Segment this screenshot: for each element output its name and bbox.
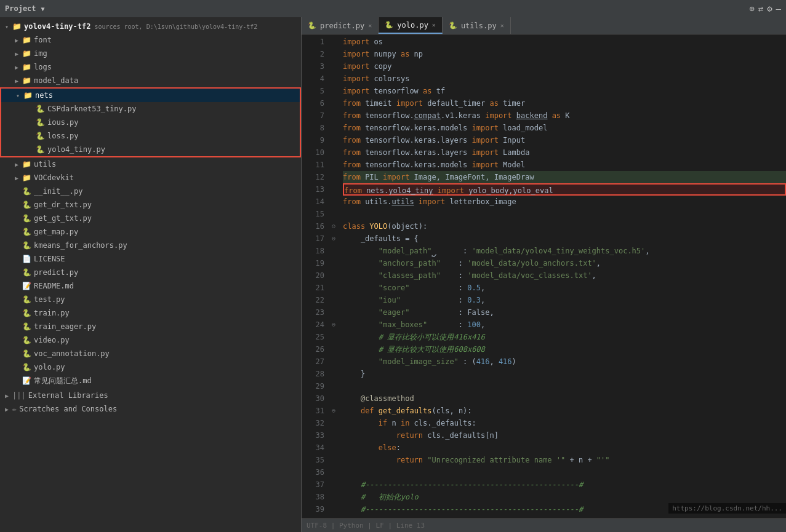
fold-gutter: ⊖ ⊖ ⊖ ⊖ — [329, 34, 338, 518]
tree-item-video[interactable]: ▶ 🐍 video.py — [0, 333, 301, 347]
tree-item-vocdevkit[interactable]: ▶ 📁 VOCdevkit — [0, 171, 301, 185]
tree-item-utils[interactable]: ▶ 📁 utils — [0, 157, 301, 171]
arrow-logs: ▶ — [15, 64, 22, 71]
code-line-37: #---------------------------------------… — [343, 478, 786, 491]
tree-item-kmeans[interactable]: ▶ 🐍 kmeans_for_anchors.py — [0, 239, 301, 252]
py-icon-init: 🐍 — [22, 187, 31, 196]
tree-item-logs[interactable]: ▶ 📁 logs — [0, 60, 301, 74]
status-text: UTF-8 | Python | LF | Line 13 — [307, 522, 425, 530]
tab-yolo-close[interactable]: ✕ — [432, 22, 436, 28]
file-tree: ▾ 📁 yolov4-tiny-tf2 sources root, D:\1sv… — [0, 17, 301, 418]
scratches-label: Scratches and Consoles — [19, 405, 117, 413]
fold-17[interactable]: ⊖ — [329, 232, 338, 245]
code-line-35: return "Unrecognized attribute name '" +… — [343, 454, 786, 466]
code-line-30: @classmethod — [343, 392, 786, 405]
sync-icon[interactable]: ⇄ — [758, 4, 763, 14]
logs-label: logs — [34, 63, 52, 71]
py-icon-video: 🐍 — [22, 336, 31, 344]
code-line-28: } — [343, 368, 786, 380]
nets-highlight-box: ▾ 📁 nets 🐍 CSPdarknet53_tiny.py 🐍 i — [0, 87, 301, 157]
md-icon-faq: 📝 — [22, 376, 31, 385]
code-content[interactable]: import os import numpy as np import copy… — [338, 34, 786, 518]
arrow-font: ▶ — [15, 37, 22, 44]
img-label: img — [34, 49, 47, 58]
tree-item-get-gt[interactable]: ▶ 🐍 get_gt_txt.py — [0, 212, 301, 225]
tab-yolo[interactable]: 🐍 yolo.py ✕ — [379, 17, 443, 34]
tree-item-loss[interactable]: 🐍 loss.py — [1, 129, 300, 143]
tree-item-test[interactable]: ▶ 🐍 test.py — [0, 293, 301, 306]
scratches-icon: ✏ — [12, 405, 17, 413]
folder-icon-root: 📁 — [12, 22, 22, 31]
fold-24[interactable]: ⊖ — [329, 319, 338, 331]
code-line-36 — [343, 466, 786, 478]
tree-item-readme[interactable]: ▶ 📝 README.md — [0, 279, 301, 293]
watermark: https://blog.csdn.net/hh... — [668, 503, 786, 514]
tree-item-ious[interactable]: 🐍 ious.py — [1, 116, 300, 129]
code-line-5: import tensorflow as tf — [343, 85, 786, 97]
code-line-17: _defaults = { — [343, 232, 786, 245]
minimize-icon[interactable]: — — [776, 4, 781, 14]
folder-icon-img: 📁 — [22, 49, 31, 58]
tree-item-init[interactable]: ▶ 🐍 __init__.py — [0, 185, 301, 198]
py-icon-get-map: 🐍 — [22, 228, 31, 236]
tree-item-scratches[interactable]: ▶ ✏ Scratches and Consoles — [0, 402, 301, 416]
readme-label: README.md — [34, 282, 74, 290]
tree-item-nets[interactable]: ▾ 📁 nets — [1, 89, 300, 102]
tree-item-ext-libs[interactable]: ▶ ||| External Libraries — [0, 389, 301, 402]
py-icon-train: 🐍 — [22, 309, 31, 317]
status-bar: UTF-8 | Python | LF | Line 13 — [302, 518, 786, 532]
fold-16[interactable]: ⊖ — [329, 220, 338, 232]
toolbar-dropdown-icon[interactable]: ▼ — [41, 6, 45, 12]
tab-utils[interactable]: 🐍 utils.py ✕ — [443, 17, 511, 34]
voc-label: VOCdevkit — [34, 173, 74, 182]
code-line-34: else: — [343, 442, 786, 454]
tree-item-get-dr[interactable]: ▶ 🐍 get_dr_txt.py — [0, 198, 301, 212]
tree-item-model-data[interactable]: ▶ 📁 model_data — [0, 74, 301, 87]
tree-item-train[interactable]: ▶ 🐍 train.py — [0, 306, 301, 320]
arrow-model-data: ▶ — [15, 77, 22, 84]
arrow-nets: ▾ — [16, 92, 23, 99]
py-icon-train-eager: 🐍 — [22, 322, 31, 331]
tree-item-csp[interactable]: 🐍 CSPdarknet53_tiny.py — [1, 102, 300, 116]
ext-libs-icon: ||| — [12, 391, 26, 400]
toolbar-icons: ⊕ ⇄ ⚙ — — [749, 4, 781, 14]
tab-yolo-label: yolo.py — [397, 21, 428, 30]
fold-31[interactable]: ⊖ — [329, 405, 338, 417]
code-line-15 — [343, 208, 786, 220]
py-icon-predict: 🐍 — [22, 268, 31, 277]
tree-item-predict[interactable]: ▶ 🐍 predict.py — [0, 266, 301, 279]
code-line-13: from nets.yolo4_tiny import yolo_body,yo… — [343, 183, 786, 196]
add-icon[interactable]: ⊕ — [749, 4, 754, 14]
code-line-33: return cls._defaults[n] — [343, 429, 786, 442]
nets-label: nets — [35, 91, 53, 100]
tab-predict[interactable]: 🐍 predict.py ✕ — [302, 17, 379, 34]
code-line-10: from tensorflow.keras.layers import Lamb… — [343, 146, 786, 159]
tree-item-img[interactable]: ▶ 📁 img — [0, 47, 301, 60]
tree-item-license[interactable]: ▶ 📄 LICENSE — [0, 252, 301, 266]
voc-ann-label: voc_annotation.py — [34, 349, 110, 358]
py-icon-get-dr: 🐍 — [22, 200, 31, 209]
tree-item-yolo[interactable]: ▶ 🐍 yolo.py — [0, 360, 301, 374]
tree-item-root[interactable]: ▾ 📁 yolov4-tiny-tf2 sources root, D:\1sv… — [0, 20, 301, 33]
tree-item-faq[interactable]: ▶ 📝 常见问题汇总.md — [0, 374, 301, 387]
code-line-3: import copy — [343, 60, 786, 73]
tree-item-voc-ann[interactable]: ▶ 🐍 voc_annotation.py — [0, 347, 301, 360]
tree-item-font[interactable]: ▶ 📁 font — [0, 33, 301, 47]
get-map-label: get_map.py — [34, 228, 78, 236]
test-label: test.py — [34, 295, 65, 304]
license-label: LICENSE — [34, 255, 65, 263]
py-icon-voc-ann: 🐍 — [22, 349, 31, 358]
code-line-14: from utils.utils import letterbox_image — [343, 196, 786, 208]
tree-item-train-eager[interactable]: ▶ 🐍 train_eager.py — [0, 320, 301, 333]
settings-icon[interactable]: ⚙ — [767, 4, 772, 14]
tree-item-get-map[interactable]: ▶ 🐍 get_map.py — [0, 225, 301, 239]
code-line-6: from timeit import default_timer as time… — [343, 97, 786, 109]
train-label: train.py — [34, 309, 70, 317]
tab-utils-label: utils.py — [461, 22, 497, 30]
tree-item-yolo4tiny[interactable]: 🐍 yolo4_tiny.py — [1, 143, 300, 156]
code-line-25: # 显存比较小可以使用416x416 — [343, 331, 786, 343]
tab-predict-close[interactable]: ✕ — [368, 22, 372, 29]
tab-utils-close[interactable]: ✕ — [500, 22, 504, 29]
code-line-23: "eager" : False, — [343, 306, 786, 319]
code-area[interactable]: 12345 678910 1112131415 1617181920 21222… — [302, 34, 786, 518]
